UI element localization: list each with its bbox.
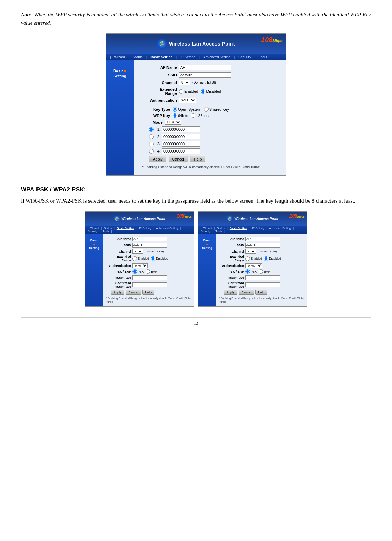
wpa2-auth-select[interactable]: WPA2 (245, 263, 262, 268)
wpa-passphrase-input[interactable] (132, 275, 167, 280)
shared-key-label[interactable]: Shared Key (204, 107, 229, 112)
mode-select[interactable]: HEX (165, 120, 181, 125)
128bits-label[interactable]: 128bits (191, 113, 208, 118)
key-1-num: 1. (154, 127, 161, 131)
apply-button[interactable]: Apply (149, 156, 166, 162)
wpa-confirmed-input[interactable] (132, 282, 167, 287)
ssid-input[interactable] (179, 72, 231, 78)
wpa-nav-security[interactable]: Security (87, 230, 99, 233)
key-3-radio[interactable] (149, 142, 154, 146)
wpa2-channel-select[interactable]: 1 (245, 249, 256, 254)
wpa-ssid-input[interactable] (132, 243, 167, 248)
wpa2-enabled-label[interactable]: Enabled (245, 256, 262, 261)
wpa2-enabled-radio[interactable] (245, 256, 250, 261)
key-2-input[interactable] (162, 134, 200, 139)
extended-range-disabled-radio[interactable] (201, 89, 205, 94)
wep-key-4-row: 4. (142, 148, 278, 154)
wpa2-sidebar-label: Basic●Setting (202, 239, 212, 250)
wpa-apply-button[interactable]: Apply (111, 290, 124, 295)
wpa-sidebar: Basic●Setting (85, 234, 103, 306)
key-3-num: 3. (154, 142, 161, 146)
channel-domain: (Domain: ETSI) (192, 81, 216, 84)
wpa-nav-status[interactable]: Status (103, 227, 113, 230)
wpa2-ssid-input[interactable] (245, 243, 280, 248)
key-2-radio[interactable] (149, 134, 154, 139)
wpa2-cancel-button[interactable]: Cancel (239, 290, 254, 295)
wpa2-nav-security[interactable]: Security (199, 230, 212, 233)
wpa2-psk-label[interactable]: PSK (245, 269, 257, 274)
wpa-auth-label: Authentication (106, 264, 131, 268)
nav-ip-setting[interactable]: IP Setting (179, 55, 197, 59)
extended-range-enabled-radio[interactable] (179, 89, 183, 94)
wpa2-confirmed-input[interactable] (245, 282, 280, 287)
wpa2-eap-label[interactable]: EAP (259, 269, 270, 274)
channel-select[interactable]: 8 (179, 80, 190, 85)
nav-tools[interactable]: Tools (257, 55, 269, 59)
key-4-input[interactable] (162, 148, 200, 154)
wpa2-help-button[interactable]: Help (255, 290, 268, 295)
authentication-row: Authentication WEP (139, 98, 281, 103)
wpa-psk-label[interactable]: PSK (132, 269, 144, 274)
wpa-disabled-label[interactable]: Disabled (151, 256, 168, 261)
wpa2-nav-status[interactable]: Status (216, 227, 226, 230)
wpa2-psk-radio[interactable] (245, 269, 250, 274)
wpa-channel-select[interactable]: 8 (132, 249, 143, 254)
nav-advanced-setting[interactable]: Advanced Setting (202, 55, 232, 59)
wpa-nav-ip-setting[interactable]: IP Setting (138, 227, 153, 230)
wpa2-ext-radio-group: Enabled Disabled (245, 256, 281, 261)
wpa-psk-radio[interactable] (132, 269, 137, 274)
authentication-select[interactable]: WEP (179, 98, 196, 103)
open-system-radio[interactable] (173, 107, 177, 112)
wpa2-nav-basic-setting[interactable]: Basic Setting (229, 227, 248, 230)
wpa2-apply-button[interactable]: Apply (224, 290, 237, 295)
nav-status[interactable]: Status (131, 55, 144, 59)
wpa-ap-name-input[interactable] (132, 237, 167, 241)
wpa2-passphrase-input[interactable] (245, 275, 280, 280)
wpa2-disabled-radio[interactable] (264, 256, 268, 261)
wpa2-at-icon: @ (227, 215, 233, 222)
128bits-radio[interactable] (191, 113, 195, 118)
wpa-enabled-label[interactable]: Enabled (132, 256, 149, 261)
wpa-header: @ Wireless Lan Access Point 108Mbps (85, 212, 194, 226)
wpa-cancel-button[interactable]: Cancel (126, 290, 141, 295)
wpa2-eap-radio[interactable] (259, 269, 263, 274)
wep-key-2-row: 2. (142, 134, 278, 139)
wpa-disabled-radio[interactable] (151, 256, 155, 261)
wpa2-header: @ Wireless Lan Access Point 108Mbps (198, 212, 307, 226)
extended-range-enabled-label[interactable]: Enabled (179, 89, 198, 94)
key-3-input[interactable] (162, 141, 200, 147)
extended-range-disabled-label[interactable]: Disabled (201, 89, 221, 94)
wpa2-psk-eap-radio-group: PSK EAP (245, 269, 270, 274)
wpa2-nav-tools[interactable]: Tools (214, 230, 223, 233)
wpa-nav-wizard[interactable]: Wizard (89, 227, 100, 230)
open-system-label[interactable]: Open System (173, 107, 201, 112)
shared-key-radio[interactable] (204, 107, 209, 112)
64bits-label[interactable]: 64bits (173, 113, 188, 118)
router-title: Wireless Lan Access Point (169, 41, 235, 47)
wpa-eap-radio[interactable] (146, 269, 150, 274)
key-1-radio[interactable] (149, 127, 154, 132)
wpa2-ap-name-input[interactable] (245, 237, 280, 241)
cancel-button[interactable]: Cancel (169, 156, 188, 162)
key-4-radio[interactable] (149, 149, 154, 154)
64bits-radio[interactable] (173, 113, 177, 118)
wpa-nav-advanced[interactable]: Advanced Setting (155, 227, 179, 230)
wpa-help-button[interactable]: Help (142, 290, 155, 295)
help-button[interactable]: Help (190, 156, 206, 162)
wpa2-nav-advanced[interactable]: Advanced Setting (268, 227, 292, 230)
wpa2-disabled-label[interactable]: Disabled (264, 256, 281, 261)
wpa-auth-select[interactable]: WPA (132, 263, 148, 268)
wpa-enabled-radio[interactable] (132, 256, 137, 261)
wpa2-nav-wizard[interactable]: Wizard (202, 227, 213, 230)
wpa-eap-label[interactable]: EAP (146, 269, 157, 274)
wpa-nav-basic-setting[interactable]: Basic Setting (116, 227, 136, 230)
nav-basic-setting[interactable]: Basic Setting (149, 55, 174, 59)
key-1-input[interactable] (162, 126, 200, 132)
extended-range-row: ExtendedRange Enabled Disabled (139, 87, 281, 96)
wpa2-ap-name-row: AP Name (219, 237, 304, 241)
nav-wizard[interactable]: Wizard (113, 55, 127, 59)
nav-security[interactable]: Security (237, 55, 253, 59)
wpa2-nav-ip-setting[interactable]: IP Setting (251, 227, 266, 230)
ap-name-input[interactable] (179, 65, 231, 70)
wpa-nav-tools[interactable]: Tools (101, 230, 110, 233)
